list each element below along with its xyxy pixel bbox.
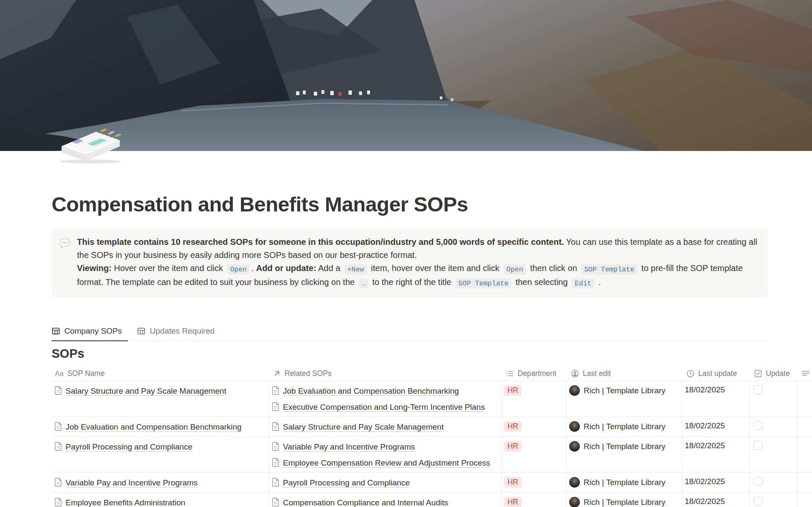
column-header-department[interactable]: Department <box>502 366 567 381</box>
open-chip: Open <box>503 264 526 274</box>
related-sops-cell: Job Evaluation and Compensation Benchmar… <box>269 381 502 417</box>
database-title: SOPs <box>52 347 768 361</box>
update-checkbox[interactable] <box>754 497 763 506</box>
update-cell <box>750 381 797 417</box>
clock-icon <box>686 370 694 378</box>
viewing-label: Viewing: <box>77 263 112 273</box>
last-edit-cell: Rich | Template Library <box>567 493 682 507</box>
related-sop-link[interactable]: Payroll Processing and Compliance <box>283 478 410 487</box>
tab-company-sops[interactable]: Company SOPs <box>52 324 128 341</box>
update-cell <box>750 417 797 436</box>
avatar <box>569 477 580 488</box>
department-cell: HR <box>502 473 567 492</box>
truncated-cell <box>797 493 812 507</box>
update-cell <box>750 473 797 492</box>
callout-text: This template contains 10 researched SOP… <box>77 236 757 290</box>
sop-name-cell: Payroll Processing and Compliance <box>52 437 269 472</box>
callout-bold-intro: This template contains 10 researched SOP… <box>77 237 564 247</box>
related-sop-link[interactable]: Compensation Compliance and Internal Aud… <box>283 498 448 507</box>
view-tabs: Company SOPs Updates Required <box>52 324 768 341</box>
column-header-sop-name[interactable]: Aa SOP Name <box>52 366 269 381</box>
column-header-last-edit[interactable]: Last edit <box>567 366 682 381</box>
document-icon <box>272 458 280 470</box>
sop-page-link[interactable]: Payroll Processing and Compliance <box>66 442 192 451</box>
avatar <box>569 497 580 507</box>
column-header-update[interactable]: Update <box>750 366 797 381</box>
document-icon <box>272 386 280 398</box>
department-cell: HR <box>502 381 567 417</box>
document-icon <box>54 478 62 490</box>
sop-name-cell: Job Evaluation and Compensation Benchmar… <box>52 417 269 436</box>
truncated-cell <box>797 437 812 472</box>
update-checkbox[interactable] <box>754 385 763 394</box>
department-tag[interactable]: HR <box>504 421 521 432</box>
sop-page-link[interactable]: Employee Benefits Administration <box>66 498 185 507</box>
tab-updates-required[interactable]: Updates Required <box>137 324 220 341</box>
department-tag[interactable]: HR <box>504 385 521 396</box>
list-icon <box>506 370 514 377</box>
table-icon <box>52 327 60 335</box>
department-cell: HR <box>502 417 567 436</box>
sop-template-chip: SOP Template <box>455 278 512 288</box>
table-row: Payroll Processing and Compliance Variab… <box>52 437 812 473</box>
table-row: Job Evaluation and Compensation Benchmar… <box>52 417 812 437</box>
truncated-cell <box>797 417 812 436</box>
sop-name-cell: Salary Structure and Pay Scale Managemen… <box>52 381 269 417</box>
text-icon <box>801 370 810 377</box>
page-icon-papers[interactable] <box>55 125 127 164</box>
related-sop-link[interactable]: Executive Compensation and Long-Term Inc… <box>283 403 485 411</box>
column-header-related-sops[interactable]: Related SOPs <box>269 366 502 381</box>
last-update-cell: 18/02/2025 <box>682 437 750 472</box>
last-edit-cell: Rich | Template Library <box>567 381 682 417</box>
papers-stack-icon <box>55 125 127 164</box>
update-checkbox[interactable] <box>754 477 763 486</box>
related-sop-link[interactable]: Employee Compensation Review and Adjustm… <box>283 458 490 467</box>
document-icon <box>54 422 62 434</box>
document-icon <box>272 498 280 507</box>
open-chip: Open <box>227 264 250 274</box>
document-icon <box>272 402 280 414</box>
arrow-up-right-icon <box>273 370 281 377</box>
table-row: Employee Benefits Administration Compens… <box>52 493 812 507</box>
sops-table: Aa SOP Name Related SOPs Department Las <box>52 366 812 507</box>
department-tag[interactable]: HR <box>504 477 521 488</box>
tab-label: Updates Required <box>150 326 214 336</box>
sop-template-chip: SOP Template <box>581 264 637 274</box>
department-tag[interactable]: HR <box>504 441 521 452</box>
truncated-cell <box>797 473 812 492</box>
update-cell <box>750 437 797 472</box>
table-row: Salary Structure and Pay Scale Managemen… <box>52 381 812 417</box>
sop-page-link[interactable]: Salary Structure and Pay Scale Managemen… <box>66 386 226 395</box>
column-header-truncated-text[interactable] <box>797 366 812 381</box>
related-sop-link[interactable]: Salary Structure and Pay Scale Managemen… <box>283 422 444 431</box>
callout: This template contains 10 researched SOP… <box>52 228 768 298</box>
last-update-cell: 18/02/2025 <box>682 473 750 492</box>
last-update-cell: 18/02/2025 <box>682 381 750 417</box>
related-sop-link[interactable]: Job Evaluation and Compensation Benchmar… <box>283 386 459 395</box>
avatar <box>569 421 580 432</box>
update-checkbox[interactable] <box>754 421 763 430</box>
table-icon <box>137 327 145 335</box>
update-checkbox[interactable] <box>754 441 763 450</box>
checkbox-icon <box>754 370 762 378</box>
page-title[interactable]: Compensation and Benefits Manager SOPs <box>52 192 768 216</box>
column-header-last-update[interactable]: Last update <box>682 366 750 381</box>
table-header-row: Aa SOP Name Related SOPs Department Las <box>52 366 812 381</box>
person-icon <box>571 370 579 378</box>
notion-page: Compensation and Benefits Manager SOPs T… <box>0 0 812 507</box>
last-update-cell: 18/02/2025 <box>682 417 750 436</box>
department-tag[interactable]: HR <box>504 497 521 507</box>
sop-page-link[interactable]: Variable Pay and Incentive Programs <box>66 478 198 487</box>
speech-bubble-icon <box>58 236 71 290</box>
document-icon <box>272 422 280 434</box>
last-edit-cell: Rich | Template Library <box>567 417 682 436</box>
related-sops-cell: Variable Pay and Incentive Programs Empl… <box>269 437 502 472</box>
title-icon: Aa <box>55 370 63 378</box>
related-sop-link[interactable]: Variable Pay and Incentive Programs <box>283 442 415 451</box>
department-cell: HR <box>502 493 567 507</box>
avatar <box>569 441 580 452</box>
ellipsis-chip: … <box>359 279 368 288</box>
truncated-cell <box>797 381 812 417</box>
sop-page-link[interactable]: Job Evaluation and Compensation Benchmar… <box>66 422 241 431</box>
last-edit-cell: Rich | Template Library <box>567 473 682 492</box>
